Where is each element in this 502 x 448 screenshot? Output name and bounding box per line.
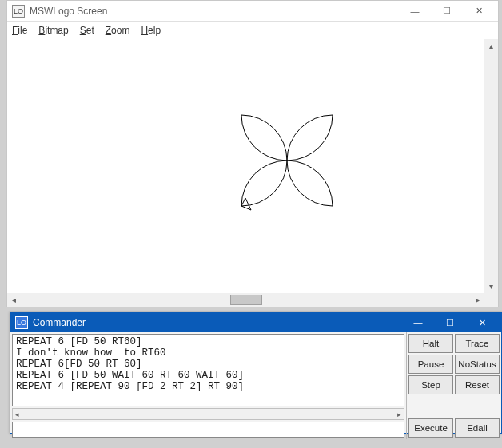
button-spacer bbox=[408, 396, 500, 415]
menu-help[interactable]: Help bbox=[141, 25, 161, 36]
commander-window: LO Commander — ☐ ✕ REPEAT 6 [FD 50 RT60]… bbox=[10, 312, 502, 434]
edall-button[interactable]: Edall bbox=[455, 418, 500, 438]
minimize-button[interactable]: — bbox=[399, 1, 431, 22]
commander-left-pane: REPEAT 6 [FD 50 RT60] I don't know how t… bbox=[10, 332, 407, 439]
commander-title: Commander bbox=[33, 317, 402, 328]
scroll-down-arrow-icon[interactable]: ▾ bbox=[484, 280, 498, 293]
history-horizontal-scrollbar[interactable]: ◂ ▸ bbox=[12, 408, 404, 420]
close-button[interactable]: ✕ bbox=[466, 313, 498, 332]
command-history[interactable]: REPEAT 6 [FD 50 RT60] I don't know how t… bbox=[12, 334, 404, 406]
minimize-button[interactable]: — bbox=[402, 313, 434, 332]
pause-button[interactable]: Pause bbox=[408, 355, 453, 374]
commander-button-panel: Halt Trace Pause NoStatus Step Reset Exe… bbox=[407, 332, 501, 439]
mswlogo-screen-window: LO MSWLogo Screen — ☐ ✕ File Bitmap Set … bbox=[6, 0, 499, 307]
screen-titlebar[interactable]: LO MSWLogo Screen — ☐ ✕ bbox=[7, 1, 498, 22]
scroll-right-arrow-icon[interactable]: ▸ bbox=[395, 410, 404, 418]
menu-label: oom bbox=[111, 25, 129, 36]
screen-menubar: File Bitmap Set Zoom Help bbox=[7, 22, 498, 39]
trace-button[interactable]: Trace bbox=[455, 334, 500, 353]
canvas-horizontal-scrollbar[interactable]: ◂ ▸ bbox=[7, 293, 484, 307]
close-button[interactable]: ✕ bbox=[463, 1, 495, 22]
scroll-left-arrow-icon[interactable]: ◂ bbox=[7, 293, 21, 307]
canvas-vertical-scrollbar[interactable]: ▴ ▾ bbox=[484, 39, 498, 293]
execute-button[interactable]: Execute bbox=[408, 418, 453, 438]
menu-label: ile bbox=[18, 25, 27, 36]
command-input[interactable] bbox=[12, 422, 404, 438]
commander-body: REPEAT 6 [FD 50 RT60] I don't know how t… bbox=[10, 332, 501, 439]
menu-label: et bbox=[86, 25, 94, 36]
menu-label: itmap bbox=[45, 25, 68, 36]
reset-button[interactable]: Reset bbox=[455, 375, 500, 394]
scroll-corner bbox=[484, 293, 498, 307]
menu-file[interactable]: File bbox=[12, 25, 27, 36]
halt-button[interactable]: Halt bbox=[408, 334, 453, 353]
maximize-button[interactable]: ☐ bbox=[434, 313, 466, 332]
logo-app-icon: LO bbox=[12, 5, 25, 18]
scroll-right-arrow-icon[interactable]: ▸ bbox=[471, 293, 484, 307]
scroll-left-arrow-icon[interactable]: ◂ bbox=[13, 410, 22, 418]
screen-title: MSWLogo Screen bbox=[30, 6, 399, 17]
menu-zoom[interactable]: Zoom bbox=[106, 25, 130, 36]
nostatus-button[interactable]: NoStatus bbox=[455, 355, 500, 374]
drawing-canvas[interactable]: ▴ ▾ ◂ ▸ bbox=[7, 39, 498, 307]
screen-window-controls: — ☐ ✕ bbox=[399, 1, 495, 22]
step-button[interactable]: Step bbox=[408, 375, 453, 394]
maximize-button[interactable]: ☐ bbox=[431, 1, 463, 22]
hscroll-thumb[interactable] bbox=[230, 295, 262, 305]
scroll-up-arrow-icon[interactable]: ▴ bbox=[484, 39, 498, 53]
commander-titlebar[interactable]: LO Commander — ☐ ✕ bbox=[10, 313, 501, 332]
turtle-drawing bbox=[7, 39, 487, 307]
menu-bitmap[interactable]: Bitmap bbox=[38, 25, 68, 36]
menu-label: elp bbox=[148, 25, 161, 36]
menu-set[interactable]: Set bbox=[80, 25, 94, 36]
logo-app-icon: LO bbox=[15, 316, 28, 329]
